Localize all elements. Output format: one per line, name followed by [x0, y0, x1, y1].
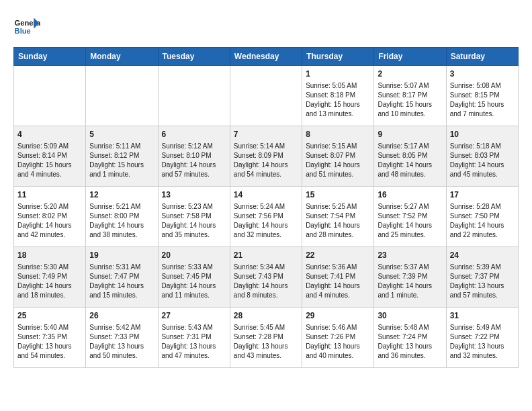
day-info: Sunrise: 5:49 AM Sunset: 7:22 PM Dayligh… — [450, 323, 515, 361]
calendar-cell: 26Sunrise: 5:42 AM Sunset: 7:33 PM Dayli… — [86, 308, 158, 368]
day-number: 14 — [234, 189, 298, 201]
day-number: 15 — [306, 189, 370, 201]
day-info: Sunrise: 5:43 AM Sunset: 7:31 PM Dayligh… — [162, 323, 226, 361]
day-number: 23 — [378, 250, 442, 261]
calendar-cell — [86, 66, 158, 126]
day-info: Sunrise: 5:27 AM Sunset: 7:52 PM Dayligh… — [378, 202, 442, 240]
calendar-cell: 7Sunrise: 5:14 AM Sunset: 8:09 PM Daylig… — [230, 126, 302, 187]
week-row-4: 18Sunrise: 5:30 AM Sunset: 7:49 PM Dayli… — [14, 247, 519, 308]
calendar-cell: 31Sunrise: 5:49 AM Sunset: 7:22 PM Dayli… — [446, 308, 518, 368]
day-number: 17 — [450, 189, 515, 201]
week-row-2: 4Sunrise: 5:09 AM Sunset: 8:14 PM Daylig… — [14, 126, 519, 187]
day-info: Sunrise: 5:31 AM Sunset: 7:47 PM Dayligh… — [89, 263, 154, 300]
calendar-cell: 21Sunrise: 5:34 AM Sunset: 7:43 PM Dayli… — [230, 247, 302, 308]
calendar-cell: 25Sunrise: 5:40 AM Sunset: 7:35 PM Dayli… — [14, 308, 86, 368]
day-number: 20 — [162, 250, 226, 261]
calendar-cell: 23Sunrise: 5:37 AM Sunset: 7:39 PM Dayli… — [374, 247, 446, 308]
day-info: Sunrise: 5:45 AM Sunset: 7:28 PM Dayligh… — [234, 323, 298, 361]
day-info: Sunrise: 5:05 AM Sunset: 8:18 PM Dayligh… — [306, 81, 370, 119]
day-number: 4 — [17, 129, 82, 140]
day-info: Sunrise: 5:25 AM Sunset: 7:54 PM Dayligh… — [306, 202, 370, 240]
week-row-5: 25Sunrise: 5:40 AM Sunset: 7:35 PM Dayli… — [14, 308, 519, 368]
day-info: Sunrise: 5:20 AM Sunset: 8:02 PM Dayligh… — [17, 202, 82, 240]
calendar-cell: 17Sunrise: 5:28 AM Sunset: 7:50 PM Dayli… — [446, 187, 518, 247]
calendar-cell: 16Sunrise: 5:27 AM Sunset: 7:52 PM Dayli… — [374, 187, 446, 247]
calendar-cell: 8Sunrise: 5:15 AM Sunset: 8:07 PM Daylig… — [302, 126, 374, 187]
header-wednesday: Wednesday — [230, 48, 302, 66]
day-number: 31 — [450, 310, 515, 322]
calendar-cell: 18Sunrise: 5:30 AM Sunset: 7:49 PM Dayli… — [14, 247, 86, 308]
day-info: Sunrise: 5:39 AM Sunset: 7:37 PM Dayligh… — [450, 263, 515, 300]
calendar-cell: 28Sunrise: 5:45 AM Sunset: 7:28 PM Dayli… — [230, 308, 302, 368]
day-number: 29 — [306, 310, 370, 322]
svg-text:Blue: Blue — [15, 27, 31, 35]
calendar-cell: 2Sunrise: 5:07 AM Sunset: 8:17 PM Daylig… — [374, 66, 446, 126]
day-info: Sunrise: 5:36 AM Sunset: 7:41 PM Dayligh… — [306, 263, 370, 300]
day-number: 2 — [378, 68, 442, 80]
day-number: 5 — [89, 129, 154, 140]
page-header: General Blue — [13, 13, 519, 40]
day-number: 18 — [17, 250, 82, 261]
day-info: Sunrise: 5:21 AM Sunset: 8:00 PM Dayligh… — [89, 202, 154, 240]
calendar-cell: 6Sunrise: 5:12 AM Sunset: 8:10 PM Daylig… — [158, 126, 230, 187]
calendar-cell: 29Sunrise: 5:46 AM Sunset: 7:26 PM Dayli… — [302, 308, 374, 368]
day-info: Sunrise: 5:14 AM Sunset: 8:09 PM Dayligh… — [234, 142, 298, 179]
day-number: 13 — [162, 189, 226, 201]
day-info: Sunrise: 5:18 AM Sunset: 8:03 PM Dayligh… — [450, 142, 515, 179]
calendar-cell: 24Sunrise: 5:39 AM Sunset: 7:37 PM Dayli… — [446, 247, 518, 308]
logo: General Blue — [13, 13, 43, 40]
week-row-1: 1Sunrise: 5:05 AM Sunset: 8:18 PM Daylig… — [14, 66, 519, 126]
day-info: Sunrise: 5:33 AM Sunset: 7:45 PM Dayligh… — [162, 263, 226, 300]
day-info: Sunrise: 5:23 AM Sunset: 7:58 PM Dayligh… — [162, 202, 226, 240]
calendar-cell: 10Sunrise: 5:18 AM Sunset: 8:03 PM Dayli… — [446, 126, 518, 187]
calendar-table: SundayMondayTuesdayWednesdayThursdayFrid… — [13, 47, 519, 368]
calendar-cell: 15Sunrise: 5:25 AM Sunset: 7:54 PM Dayli… — [302, 187, 374, 247]
calendar-cell: 5Sunrise: 5:11 AM Sunset: 8:12 PM Daylig… — [86, 126, 158, 187]
day-number: 9 — [378, 129, 442, 140]
day-number: 8 — [306, 129, 370, 140]
week-row-3: 11Sunrise: 5:20 AM Sunset: 8:02 PM Dayli… — [14, 187, 519, 247]
header-thursday: Thursday — [302, 48, 374, 66]
day-info: Sunrise: 5:12 AM Sunset: 8:10 PM Dayligh… — [162, 142, 226, 179]
day-number: 7 — [234, 129, 298, 140]
day-number: 27 — [162, 310, 226, 322]
day-number: 28 — [234, 310, 298, 322]
calendar-cell: 4Sunrise: 5:09 AM Sunset: 8:14 PM Daylig… — [14, 126, 86, 187]
calendar-cell: 20Sunrise: 5:33 AM Sunset: 7:45 PM Dayli… — [158, 247, 230, 308]
calendar-cell: 22Sunrise: 5:36 AM Sunset: 7:41 PM Dayli… — [302, 247, 374, 308]
calendar-cell: 14Sunrise: 5:24 AM Sunset: 7:56 PM Dayli… — [230, 187, 302, 247]
day-number: 6 — [162, 129, 226, 140]
day-number: 19 — [89, 250, 154, 261]
day-number: 3 — [450, 68, 515, 80]
day-number: 26 — [89, 310, 154, 322]
day-number: 11 — [17, 189, 82, 201]
calendar-cell: 12Sunrise: 5:21 AM Sunset: 8:00 PM Dayli… — [86, 187, 158, 247]
day-number: 12 — [89, 189, 154, 201]
day-number: 21 — [234, 250, 298, 261]
day-info: Sunrise: 5:30 AM Sunset: 7:49 PM Dayligh… — [17, 263, 82, 300]
calendar-cell: 13Sunrise: 5:23 AM Sunset: 7:58 PM Dayli… — [158, 187, 230, 247]
day-number: 30 — [378, 310, 442, 322]
day-info: Sunrise: 5:42 AM Sunset: 7:33 PM Dayligh… — [89, 323, 154, 361]
day-number: 24 — [450, 250, 515, 261]
logo-icon: General Blue — [13, 13, 40, 40]
day-number: 16 — [378, 189, 442, 201]
day-info: Sunrise: 5:07 AM Sunset: 8:17 PM Dayligh… — [378, 81, 442, 119]
day-info: Sunrise: 5:17 AM Sunset: 8:05 PM Dayligh… — [378, 142, 442, 179]
calendar-cell: 30Sunrise: 5:48 AM Sunset: 7:24 PM Dayli… — [374, 308, 446, 368]
calendar-cell — [230, 66, 302, 126]
day-info: Sunrise: 5:48 AM Sunset: 7:24 PM Dayligh… — [378, 323, 442, 361]
day-info: Sunrise: 5:11 AM Sunset: 8:12 PM Dayligh… — [89, 142, 154, 179]
day-info: Sunrise: 5:24 AM Sunset: 7:56 PM Dayligh… — [234, 202, 298, 240]
day-info: Sunrise: 5:09 AM Sunset: 8:14 PM Dayligh… — [17, 142, 82, 179]
day-number: 25 — [17, 310, 82, 322]
day-info: Sunrise: 5:46 AM Sunset: 7:26 PM Dayligh… — [306, 323, 370, 361]
header-tuesday: Tuesday — [158, 48, 230, 66]
calendar-cell: 3Sunrise: 5:08 AM Sunset: 8:15 PM Daylig… — [446, 66, 518, 126]
header-sunday: Sunday — [14, 48, 86, 66]
calendar-cell: 27Sunrise: 5:43 AM Sunset: 7:31 PM Dayli… — [158, 308, 230, 368]
day-info: Sunrise: 5:40 AM Sunset: 7:35 PM Dayligh… — [17, 323, 82, 361]
day-info: Sunrise: 5:08 AM Sunset: 8:15 PM Dayligh… — [450, 81, 515, 119]
calendar-cell: 9Sunrise: 5:17 AM Sunset: 8:05 PM Daylig… — [374, 126, 446, 187]
day-number: 10 — [450, 129, 515, 140]
